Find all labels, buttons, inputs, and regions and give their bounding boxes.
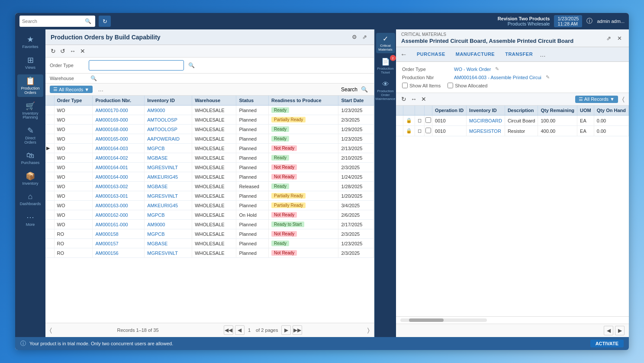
undo-btn[interactable]: ↺ bbox=[59, 47, 66, 55]
table-row[interactable]: AM000162-000 bbox=[93, 210, 145, 220]
sidebar-item-dashboards[interactable]: ⌂ Dashboards bbox=[17, 190, 43, 208]
table-row[interactable]: MGBASE bbox=[145, 153, 192, 163]
expand-right-panel-btn[interactable]: ⇗ bbox=[605, 34, 613, 42]
table-row[interactable]: MGRESVINLT bbox=[145, 163, 192, 172]
right-clear-btn[interactable]: ✕ bbox=[420, 95, 427, 103]
table-row[interactable]: AM000158 bbox=[93, 229, 145, 239]
rs-production-ticket[interactable]: 📄 2 Production Ticket bbox=[376, 56, 395, 76]
table-row[interactable]: MGPCB bbox=[145, 144, 192, 153]
table-row[interactable]: MGPCB bbox=[145, 229, 192, 239]
order-type-edit-btn[interactable]: ✎ bbox=[495, 66, 499, 72]
right-table-container[interactable]: Operation ID Inventory ID Description Qt… bbox=[396, 106, 629, 316]
table-row[interactable]: AM000163-001 bbox=[93, 191, 145, 201]
all-records-btn[interactable]: ☰ All Records ▼ bbox=[50, 86, 93, 93]
table-row[interactable]: AM000169-000 bbox=[93, 115, 145, 125]
row-expand[interactable]: ▶ bbox=[45, 144, 54, 153]
table-row[interactable]: MGBASE bbox=[145, 239, 192, 248]
right-row-action1[interactable]: 🔒 bbox=[403, 126, 415, 136]
table-row[interactable]: AM000164-001 bbox=[93, 163, 145, 172]
table-row[interactable]: MGBASE bbox=[145, 182, 192, 191]
show-allocated-checkbox[interactable] bbox=[448, 83, 453, 88]
right-refresh-btn[interactable]: ↻ bbox=[400, 95, 407, 103]
table-row[interactable]: AMTOOLOSP bbox=[145, 115, 192, 125]
table-row[interactable]: MGRESVINLT bbox=[145, 191, 192, 201]
tab-manufacture[interactable]: MANUFACTURE bbox=[451, 49, 500, 60]
sidebar-item-more[interactable]: ⋯ More bbox=[17, 211, 43, 229]
table-row[interactable]: MGPCB bbox=[145, 210, 192, 220]
nav-more-btn[interactable]: … bbox=[538, 49, 547, 60]
fit-btn[interactable]: ↔ bbox=[69, 47, 77, 55]
sidebar-item-favorites[interactable]: ★ Favorites bbox=[17, 33, 43, 51]
expand-right-btn[interactable]: 〉 bbox=[367, 327, 370, 334]
records-ellipsis-btn[interactable]: … bbox=[96, 85, 105, 93]
right-row-action2[interactable]: ◻ bbox=[415, 126, 425, 136]
table-row[interactable]: AM000165-000 bbox=[93, 134, 145, 144]
order-type-input[interactable] bbox=[89, 60, 184, 71]
clear-btn[interactable]: ✕ bbox=[79, 47, 86, 55]
show-allocated-label[interactable]: Show Allocated bbox=[448, 83, 487, 88]
table-row[interactable]: AM9000 bbox=[145, 106, 192, 115]
right-row-checkbox[interactable] bbox=[425, 116, 432, 126]
records-search-btn[interactable]: 🔍 bbox=[359, 85, 370, 93]
rs-critical-materials[interactable]: ✓ Critical Materials bbox=[376, 33, 395, 53]
right-row-action2[interactable]: ◻ bbox=[415, 116, 425, 126]
table-row[interactable]: AMKEURIG45 bbox=[145, 172, 192, 182]
table-row[interactable]: MGRESVINLT bbox=[145, 248, 192, 258]
right-table-row[interactable]: MGCIRBOARD bbox=[467, 116, 505, 126]
activate-button[interactable]: ACTIVATE bbox=[590, 340, 624, 347]
sidebar-item-views[interactable]: ⊞ Views bbox=[17, 54, 43, 72]
production-nbr-edit-btn[interactable]: ✎ bbox=[546, 74, 550, 80]
table-row[interactable]: AM000156 bbox=[93, 248, 145, 258]
sidebar-item-direct-orders[interactable]: ✎ Direct Orders bbox=[17, 124, 43, 147]
tab-transfer[interactable]: TRANSFER bbox=[500, 49, 538, 60]
production-table-container[interactable]: Order Type Production Nbr. Inventory ID … bbox=[45, 96, 374, 323]
table-row[interactable]: AM000163-002 bbox=[93, 182, 145, 191]
table-row[interactable]: AAPOWERAID bbox=[145, 134, 192, 144]
show-all-label[interactable]: Show All Items bbox=[402, 83, 441, 88]
close-right-panel-btn[interactable]: ✕ bbox=[615, 34, 624, 42]
table-row[interactable]: AM000164-002 bbox=[93, 153, 145, 163]
table-row[interactable]: AM000164-000 bbox=[93, 172, 145, 182]
right-all-records-btn[interactable]: ☰ All Records ▼ bbox=[575, 96, 618, 103]
search-box[interactable]: 🔍 bbox=[19, 16, 95, 27]
right-row-action1[interactable]: 🔒 bbox=[403, 116, 415, 126]
sidebar-item-purchases[interactable]: 🛍 Purchases bbox=[17, 149, 43, 167]
right-filter-btn[interactable]: 〈 bbox=[622, 96, 625, 103]
back-btn[interactable]: ← bbox=[400, 51, 407, 58]
right-table-row[interactable]: MGRESISTOR bbox=[467, 126, 505, 136]
refresh-left-btn[interactable]: ↻ bbox=[50, 47, 57, 55]
sidebar-item-inventory-planning[interactable]: 🛒 Inventory Planning bbox=[17, 100, 43, 122]
right-fit-btn[interactable]: ↔ bbox=[410, 95, 418, 103]
table-row[interactable]: AMKEURIG45 bbox=[145, 201, 192, 210]
datetime-box[interactable]: 1/23/2025 11:28 AM bbox=[554, 15, 582, 27]
table-row[interactable]: AMTOOLOSP bbox=[145, 125, 192, 134]
refresh-button[interactable]: ↻ bbox=[99, 16, 111, 27]
table-row[interactable]: AM000161-000 bbox=[93, 220, 145, 229]
rs-production-maintenance[interactable]: 👁 Production Order Maintenance bbox=[376, 79, 395, 103]
expand-panel-btn[interactable]: ⇗ bbox=[361, 33, 369, 41]
right-scrollbar[interactable] bbox=[396, 316, 629, 324]
right-next-btn[interactable]: ▶ bbox=[615, 326, 625, 335]
right-prev-btn[interactable]: ◀ bbox=[604, 326, 613, 335]
table-row[interactable]: AM000157 bbox=[93, 239, 145, 248]
last-page-btn[interactable]: ▶▶ bbox=[293, 325, 302, 335]
table-row[interactable]: AM9000 bbox=[145, 220, 192, 229]
search-input[interactable] bbox=[22, 19, 85, 24]
expand-left-btn[interactable]: 〈 bbox=[50, 327, 52, 334]
prev-page-btn[interactable]: ◀ bbox=[235, 325, 245, 335]
order-type-search-btn[interactable]: 🔍 bbox=[188, 62, 195, 68]
table-row[interactable]: AM000164-003 bbox=[93, 144, 145, 153]
help-button[interactable]: ⓘ bbox=[586, 17, 592, 25]
gear-icon-btn[interactable]: ⚙ bbox=[350, 33, 359, 41]
right-row-checkbox[interactable] bbox=[425, 126, 432, 136]
table-row[interactable]: AM000168-000 bbox=[93, 125, 145, 134]
tab-purchase[interactable]: PURCHASE bbox=[412, 49, 451, 60]
warehouse-search-btn[interactable]: 🔍 bbox=[90, 75, 97, 81]
table-row[interactable]: AM000163-000 bbox=[93, 201, 145, 210]
sidebar-item-inventory[interactable]: 📦 Inventory bbox=[17, 170, 43, 188]
show-all-checkbox[interactable] bbox=[402, 83, 408, 88]
first-page-btn[interactable]: ◀◀ bbox=[224, 325, 233, 335]
sidebar-item-production[interactable]: 📋 Production Orders bbox=[17, 74, 43, 97]
table-row[interactable]: AM000170-000 bbox=[93, 106, 145, 115]
next-page-btn[interactable]: ▶ bbox=[281, 325, 291, 335]
